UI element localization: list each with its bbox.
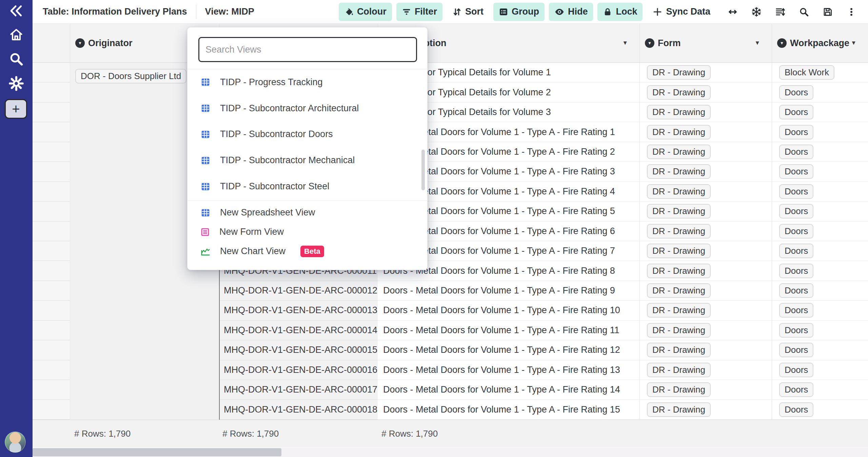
form-cell[interactable]: DR - Drawing: [640, 63, 772, 82]
row-number-cell[interactable]: [33, 340, 70, 360]
form-cell[interactable]: DR - Drawing: [640, 281, 772, 301]
row-number-cell[interactable]: [33, 301, 70, 320]
column-menu-arrow-icon[interactable]: ▼: [851, 40, 856, 46]
form-cell[interactable]: DR - Drawing: [640, 321, 772, 340]
description-cell[interactable]: Doors - Metal Doors for Volume 1 - Type …: [378, 301, 639, 320]
workpackage-cell[interactable]: Doors: [772, 261, 868, 281]
expand-horizontal-icon[interactable]: [728, 7, 738, 17]
view-list-item[interactable]: TIDP - Subcontractor Architectural: [188, 95, 428, 121]
view-list-item[interactable]: TIDP - Subcontractor Doors: [188, 121, 428, 148]
workpackage-cell[interactable]: Doors: [772, 281, 868, 301]
dropdown-scrollbar-thumb[interactable]: [421, 150, 425, 190]
workpackage-cell[interactable]: Doors: [772, 380, 868, 400]
form-cell[interactable]: DR - Drawing: [640, 102, 772, 122]
toolbar-button-group[interactable]: Group: [493, 3, 545, 21]
view-list-item[interactable]: TIDP - Subcontractor Steel: [188, 173, 428, 199]
row-number-cell[interactable]: [33, 321, 70, 340]
workpackage-cell[interactable]: Doors: [772, 122, 868, 142]
freeze-icon[interactable]: [751, 7, 762, 17]
row-number-cell[interactable]: [33, 102, 70, 122]
workpackage-cell[interactable]: Doors: [772, 102, 868, 122]
home-button[interactable]: [9, 28, 24, 43]
column-header-form[interactable]: ▼ Form ▼: [639, 24, 772, 62]
global-search-button[interactable]: [9, 52, 24, 67]
id-cell[interactable]: MHQ-DOR-V1-GEN-DE-ARC-000013: [220, 301, 378, 320]
row-number-cell[interactable]: [33, 400, 70, 419]
workpackage-cell[interactable]: Doors: [772, 162, 868, 182]
workpackage-cell[interactable]: Doors: [772, 400, 868, 419]
form-cell[interactable]: DR - Drawing: [640, 82, 772, 102]
id-cell[interactable]: MHQ-DOR-V1-GEN-DE-ARC-000014: [220, 321, 378, 340]
form-cell[interactable]: DR - Drawing: [640, 241, 772, 261]
workpackage-cell[interactable]: Doors: [772, 82, 868, 102]
row-height-icon[interactable]: [775, 7, 785, 17]
user-avatar[interactable]: [5, 432, 26, 453]
row-number-cell[interactable]: [33, 63, 70, 82]
collapse-sidebar-button[interactable]: [8, 4, 24, 19]
description-cell[interactable]: Doors - Metal Doors for Volume 1 - Type …: [378, 400, 639, 419]
search-icon[interactable]: [799, 7, 809, 17]
description-cell[interactable]: Doors - Metal Doors for Volume 1 - Type …: [378, 340, 639, 360]
column-menu-arrow-icon[interactable]: ▼: [622, 40, 628, 46]
workpackage-cell[interactable]: Doors: [772, 301, 868, 320]
toolbar-button-sync-data[interactable]: Sync Data: [647, 3, 716, 21]
search-views-input[interactable]: [198, 37, 417, 62]
workpackage-cell[interactable]: Doors: [772, 202, 868, 221]
save-icon[interactable]: [823, 7, 833, 17]
form-cell[interactable]: DR - Drawing: [640, 202, 772, 221]
view-list-item[interactable]: TIDP - Subcontractor Mechanical: [188, 147, 428, 173]
row-number-cell[interactable]: [33, 162, 70, 182]
id-cell[interactable]: MHQ-DOR-V1-GEN-DE-ARC-000012: [220, 281, 378, 301]
toolbar-button-sort[interactable]: Sort: [447, 3, 489, 21]
workpackage-cell[interactable]: Doors: [772, 241, 868, 261]
row-number-cell[interactable]: [33, 202, 70, 221]
row-number-cell[interactable]: [33, 222, 70, 241]
row-number-cell[interactable]: [33, 241, 70, 261]
id-cell[interactable]: MHQ-DOR-V1-GEN-DE-ARC-000017: [220, 380, 378, 400]
id-cell[interactable]: MHQ-DOR-V1-GEN-DE-ARC-000015: [220, 340, 378, 360]
row-number-cell[interactable]: [33, 360, 70, 380]
workpackage-cell[interactable]: Doors: [772, 340, 868, 360]
column-menu-arrow-icon[interactable]: ▼: [754, 40, 760, 46]
description-cell[interactable]: Doors - Metal Doors for Volume 1 - Type …: [378, 360, 639, 380]
form-cell[interactable]: DR - Drawing: [640, 301, 772, 320]
toolbar-button-filter[interactable]: Filter: [396, 3, 442, 21]
description-cell[interactable]: Doors - Metal Doors for Volume 1 - Type …: [378, 321, 639, 340]
row-number-cell[interactable]: [33, 122, 70, 142]
column-header-workpackage[interactable]: ▼ Workpackage ▼: [772, 24, 868, 62]
action-new-chart-view[interactable]: New Chart ViewBeta: [188, 242, 428, 261]
workpackage-cell[interactable]: Doors: [772, 321, 868, 340]
row-number-cell[interactable]: [33, 82, 70, 102]
form-cell[interactable]: DR - Drawing: [640, 142, 772, 162]
id-cell[interactable]: MHQ-DOR-V1-GEN-DE-ARC-000018: [220, 400, 378, 419]
workpackage-cell[interactable]: Doors: [772, 360, 868, 380]
row-number-cell[interactable]: [33, 142, 70, 162]
toolbar-button-hide[interactable]: Hide: [549, 3, 593, 21]
more-menu-icon[interactable]: [846, 7, 856, 17]
workpackage-cell[interactable]: Doors: [772, 142, 868, 162]
workpackage-cell[interactable]: Doors: [772, 222, 868, 241]
row-number-header[interactable]: [33, 24, 70, 62]
toolbar-button-colour[interactable]: Colour: [339, 3, 392, 21]
form-cell[interactable]: DR - Drawing: [640, 182, 772, 202]
settings-button[interactable]: [9, 77, 24, 92]
id-cell[interactable]: MHQ-DOR-V1-GEN-DE-ARC-000016: [220, 360, 378, 380]
form-cell[interactable]: DR - Drawing: [640, 340, 772, 360]
row-number-cell[interactable]: [33, 380, 70, 400]
form-cell[interactable]: DR - Drawing: [640, 222, 772, 241]
action-new-form-view[interactable]: New Form View: [188, 222, 428, 242]
form-cell[interactable]: DR - Drawing: [640, 380, 772, 400]
horizontal-scrollbar-thumb[interactable]: [33, 448, 281, 456]
description-cell[interactable]: Doors - Metal Doors for Volume 1 - Type …: [378, 281, 639, 301]
form-cell[interactable]: DR - Drawing: [640, 122, 772, 142]
horizontal-scrollbar[interactable]: [33, 448, 868, 457]
add-table-button[interactable]: +: [5, 99, 27, 119]
workpackage-cell[interactable]: Block Work: [772, 63, 868, 82]
row-number-cell[interactable]: [33, 261, 70, 281]
row-number-cell[interactable]: [33, 281, 70, 301]
form-cell[interactable]: DR - Drawing: [640, 261, 772, 281]
form-cell[interactable]: DR - Drawing: [640, 360, 772, 380]
action-new-spreadsheet-view[interactable]: New Spreadsheet View: [188, 203, 428, 222]
workpackage-cell[interactable]: Doors: [772, 182, 868, 202]
row-number-cell[interactable]: [33, 182, 70, 202]
